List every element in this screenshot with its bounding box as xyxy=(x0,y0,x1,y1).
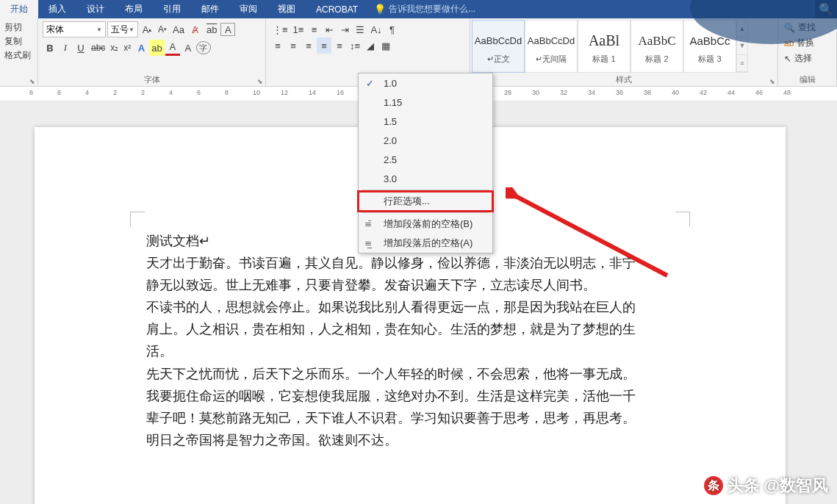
line-spacing-options[interactable]: 行距选项... xyxy=(359,192,492,211)
bullets-button[interactable]: ⋮≡ xyxy=(270,21,290,37)
ruler-tick: 4 xyxy=(85,89,89,96)
copy-button[interactable]: 复制 xyxy=(4,35,22,48)
line-spacing-button[interactable]: ↕≡ xyxy=(348,37,362,54)
multilevel-button[interactable]: ≡ xyxy=(306,21,321,37)
superscript-button[interactable]: x² xyxy=(121,40,133,56)
align-right-button[interactable]: ≡ xyxy=(301,37,316,54)
borders-button[interactable]: ▦ xyxy=(378,37,393,54)
clipboard-launcher-icon[interactable]: ⬊ xyxy=(29,78,35,85)
ls-option-2-5[interactable]: 2.5 xyxy=(359,150,492,169)
tab-design[interactable]: 设计 xyxy=(76,0,115,18)
cut-button[interactable]: 剪切 xyxy=(4,21,22,34)
lightbulb-icon: 💡 xyxy=(374,4,386,15)
clear-format-button[interactable]: A̷ xyxy=(188,21,203,37)
ls-option-1[interactable]: ✓1.0 xyxy=(359,73,492,93)
ruler-tick: 30 xyxy=(532,89,539,96)
font-color-button[interactable]: A xyxy=(165,40,180,56)
tab-acrobat[interactable]: ACROBAT xyxy=(306,0,368,18)
tab-view[interactable]: 视图 xyxy=(267,0,306,18)
ls-option-3[interactable]: 3.0 xyxy=(359,169,492,188)
align-left-button[interactable]: ≡ xyxy=(270,37,285,54)
line-spacing-menu: ✓1.0 1.15 1.5 2.0 2.5 3.0 行距选项... ≡̄增加段落… xyxy=(358,73,493,253)
distribute-button[interactable]: ≡ xyxy=(332,37,347,54)
format-painter-button[interactable]: 格式刷 xyxy=(4,49,31,62)
enclose-char-button[interactable]: 字 xyxy=(196,41,211,54)
ruler-tick: 6 xyxy=(197,89,201,96)
char-border-button[interactable]: A xyxy=(220,23,235,36)
font-name-combo[interactable]: 宋体▼ xyxy=(43,21,106,37)
ribbon-tabs: 开始 插入 设计 布局 引用 邮件 审阅 视图 ACROBAT 💡 告诉我您想要… xyxy=(0,0,837,18)
tell-me-search[interactable]: 💡 告诉我您想要做什么... xyxy=(374,0,475,18)
grow-font-button[interactable]: A▴ xyxy=(140,21,154,37)
ruler-tick: 12 xyxy=(281,89,288,96)
ruler-tick: 8 xyxy=(29,89,33,96)
styles-launcher-icon[interactable]: ⬊ xyxy=(769,78,775,85)
decrease-indent-button[interactable]: ⇤ xyxy=(322,21,337,37)
show-marks-button[interactable]: ¶ xyxy=(385,21,400,37)
font-launcher-icon[interactable]: ⬊ xyxy=(257,78,263,85)
ruler-tick: 28 xyxy=(504,89,511,96)
add-space-after[interactable]: ≡̲增加段落后的空格(A) xyxy=(359,234,492,253)
tab-mailings[interactable]: 邮件 xyxy=(191,0,229,18)
ls-option-2[interactable]: 2.0 xyxy=(359,131,492,150)
tab-home[interactable]: 开始 xyxy=(0,0,38,18)
phonetic-button[interactable]: ab xyxy=(204,21,219,37)
doc-title: 测试文档 xyxy=(146,234,199,248)
ruler-tick: 2 xyxy=(113,89,117,96)
doc-paragraph: 先天下之忧而忧，后天下之乐而乐。一个人年轻的时候，不会思索，他将一事无成。我要扼… xyxy=(146,363,646,451)
watermark: 条 头条 @数智风 xyxy=(704,475,828,497)
add-space-before[interactable]: ≡̄增加段落前的空格(B) xyxy=(359,215,492,234)
styles-group-label: 样式 xyxy=(616,75,632,84)
sort-button[interactable]: A↓ xyxy=(368,21,384,37)
font-size-combo[interactable]: 五号▼ xyxy=(107,21,138,37)
styles-more-icon[interactable]: ≡ xyxy=(737,55,747,72)
space-before-icon: ≡̄ xyxy=(364,219,372,229)
ruler-tick: 8 xyxy=(225,89,229,96)
style-no-spacing[interactable]: AaBbCcDd↵无间隔 xyxy=(525,20,578,73)
ruler-tick: 42 xyxy=(700,89,707,96)
strike-button[interactable]: abc xyxy=(89,40,107,56)
ruler-tick: 14 xyxy=(309,89,316,96)
tab-insert[interactable]: 插入 xyxy=(38,0,76,18)
doc-paragraph: 天才出于勤奋。书读百遍，其义自见。静以修身，俭以养德，非淡泊无以明志，非宁静无以… xyxy=(146,252,646,296)
ruler-tick: 40 xyxy=(672,89,679,96)
ruler-tick: 4 xyxy=(169,89,173,96)
increase-indent-button[interactable]: ⇥ xyxy=(337,21,352,37)
tab-references[interactable]: 引用 xyxy=(153,0,191,18)
asian-layout-button[interactable]: ☰ xyxy=(353,21,367,37)
align-center-button[interactable]: ≡ xyxy=(286,37,301,54)
text-effects-button[interactable]: A xyxy=(134,40,148,56)
ruler-tick: 16 xyxy=(337,89,344,96)
char-shading-button[interactable]: A xyxy=(181,40,195,56)
ls-option-1-5[interactable]: 1.5 xyxy=(359,112,492,131)
ruler-tick: 2 xyxy=(141,89,145,96)
ruler-tick: 38 xyxy=(644,89,651,96)
chevron-down-icon: ▼ xyxy=(129,26,134,33)
highlight-button[interactable]: ab xyxy=(149,40,164,56)
style-normal[interactable]: AaBbCcDd↵正文 xyxy=(472,20,525,73)
ls-option-1-15[interactable]: 1.15 xyxy=(359,93,492,112)
underline-button[interactable]: U xyxy=(73,40,88,56)
subscript-button[interactable]: x₂ xyxy=(108,40,121,56)
justify-button[interactable]: ≡ xyxy=(317,37,331,54)
shrink-font-button[interactable]: A▾ xyxy=(156,21,169,37)
group-clipboard: 剪切 复制 格式刷 ⬊ xyxy=(0,18,38,86)
ruler-tick: 36 xyxy=(616,89,623,96)
select-button[interactable]: ↖选择 xyxy=(784,52,812,65)
shading-button[interactable]: ◢ xyxy=(363,37,378,54)
style-heading2[interactable]: AaBbC标题 2 xyxy=(631,20,683,73)
change-case-button[interactable]: Aa xyxy=(170,21,187,37)
tab-layout[interactable]: 布局 xyxy=(115,0,153,18)
ruler-tick: 48 xyxy=(783,89,791,96)
italic-button[interactable]: I xyxy=(58,40,73,56)
document-body[interactable]: 测试文档↵ 天才出于勤奋。书读百遍，其义自见。静以修身，俭以养德，非淡泊无以明志… xyxy=(146,230,646,451)
font-group-label: 字体 xyxy=(144,75,160,84)
editing-group-label: 编辑 xyxy=(800,75,816,84)
check-icon: ✓ xyxy=(366,78,374,89)
numbering-button[interactable]: 1≡ xyxy=(291,21,306,37)
tell-me-placeholder: 告诉我您想要做什么... xyxy=(389,3,475,15)
bold-button[interactable]: B xyxy=(43,40,57,56)
style-heading1[interactable]: AaBl标题 1 xyxy=(578,20,631,73)
tab-review[interactable]: 审阅 xyxy=(229,0,267,18)
ruler-tick: 32 xyxy=(560,89,567,96)
